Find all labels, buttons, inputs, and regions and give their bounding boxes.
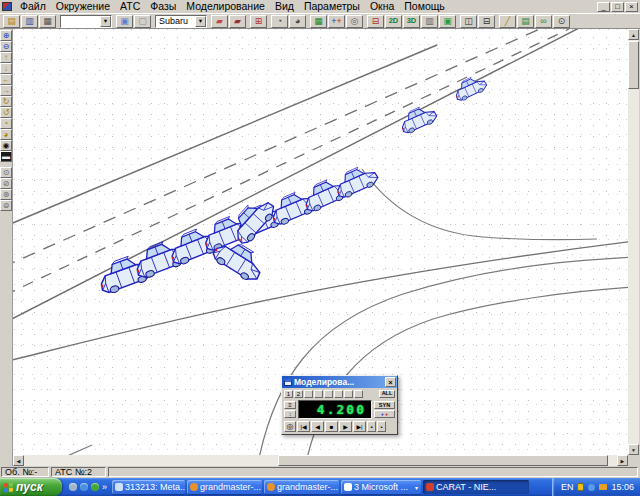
camera-button[interactable]: ◉ [0, 140, 12, 151]
sync-markers-button[interactable]: ++ [328, 15, 345, 28]
phase-1-button[interactable]: 1 [284, 390, 293, 398]
phase-2-button[interactable]: 2 [294, 390, 303, 398]
app-tray-icon[interactable] [599, 484, 607, 490]
task-grandmaster-1[interactable]: grandmaster-... [187, 480, 262, 494]
task-microsoft-group[interactable]: 3 Microsoft ...▾ [341, 480, 421, 494]
menu-item-2[interactable]: Окружение [51, 0, 115, 13]
dialog-close-button[interactable]: × [385, 377, 396, 387]
menu-item-6[interactable]: Вид [270, 0, 299, 13]
record-button[interactable]: • [377, 421, 386, 432]
rotate-cw-button[interactable]: ↻ [0, 96, 12, 107]
quick-launch-browser-icon[interactable] [80, 483, 88, 491]
network-tray-icon[interactable] [588, 484, 595, 491]
split-vertical-button[interactable]: ◫ [460, 15, 477, 28]
vehicle-combo-dropdown-icon[interactable]: ▼ [195, 16, 206, 27]
phase-slot-6[interactable] [344, 390, 353, 398]
view-side-button[interactable]: ⊘ [0, 178, 12, 189]
menu-item-9[interactable]: Помощь [399, 0, 450, 13]
task-carat[interactable]: CARAT - NIE... [423, 480, 529, 494]
grid-button[interactable]: ▦ [310, 15, 327, 28]
environment-button[interactable]: ▣ [116, 15, 133, 28]
menu-item-5[interactable]: Моделирование [181, 0, 270, 13]
phase-slot-2[interactable] [304, 390, 313, 398]
snapshot-button[interactable]: ◎ [284, 421, 296, 432]
restore-button[interactable]: □ [611, 2, 624, 12]
time-list-button[interactable]: ≡ [284, 401, 296, 409]
scroll-down-button[interactable]: ▼ [628, 444, 639, 455]
report-button[interactable]: ▤ [517, 15, 534, 28]
collision-button[interactable]: ⊞ [250, 15, 267, 28]
vehicle-combo[interactable]: Subaru▼ [155, 15, 207, 28]
step-list-button[interactable]: ⋮ [284, 410, 296, 418]
pan-right-button[interactable]: → [0, 85, 12, 96]
dialog-title-bar[interactable]: Моделирова... × [282, 376, 397, 388]
stop-button[interactable]: ■ [325, 421, 338, 432]
project-combo[interactable]: ▼ [60, 15, 112, 28]
line-tool-button[interactable]: ╱ [499, 15, 516, 28]
go-end-button[interactable]: ▶| [353, 421, 366, 432]
sync-markers-button[interactable]: ++ [374, 410, 395, 418]
quick-launch-more-chevron[interactable]: » [102, 483, 107, 492]
pause-button[interactable]: ▪ [367, 421, 376, 432]
menu-item-3[interactable]: АТС [115, 0, 145, 13]
tilt-up-button[interactable]: ◔ [0, 118, 12, 129]
measure-button[interactable]: ⊟ [367, 15, 384, 28]
menu-item-7[interactable]: Параметры [299, 0, 365, 13]
layers-button[interactable]: ▥ [421, 15, 438, 28]
pan-up-button[interactable]: ↑ [0, 52, 12, 63]
sync-button[interactable]: SYN [374, 401, 395, 409]
vertical-scrollbar[interactable]: ▲ ▼ [628, 29, 639, 455]
play-button[interactable]: ▶ [339, 421, 352, 432]
scroll-left-button[interactable]: ◀ [13, 455, 24, 466]
menu-item-4[interactable]: Фазы [145, 0, 181, 13]
phase-slot-3[interactable] [314, 390, 323, 398]
menu-item-8[interactable]: Окна [365, 0, 399, 13]
lock-icon[interactable] [577, 483, 584, 491]
phases-button[interactable]: ◎ [346, 15, 363, 28]
language-indicator[interactable]: EN [561, 482, 574, 492]
rotate-ccw-button[interactable]: ↺ [0, 107, 12, 118]
vehicle-add-button[interactable]: ▰ [211, 15, 228, 28]
quick-launch-messenger-icon[interactable] [91, 483, 99, 491]
project-combo-dropdown-icon[interactable]: ▼ [100, 16, 111, 27]
menu-item-1[interactable]: Файл [15, 0, 51, 13]
phase-slot-7[interactable] [354, 390, 363, 398]
quick-launch-desktop-icon[interactable] [69, 483, 77, 491]
view-3d-button[interactable]: 3D [403, 15, 420, 28]
scroll-up-button[interactable]: ▲ [628, 29, 639, 40]
view-2d-button[interactable]: 2D [385, 15, 402, 28]
phase-time-button[interactable]: ◔ [271, 15, 288, 28]
view-top-button[interactable]: ⊛ [0, 189, 12, 200]
task-grandmaster-2[interactable]: grandmaster-... [264, 480, 339, 494]
inspect-button[interactable]: ∞ [535, 15, 552, 28]
start-button[interactable]: пуск [0, 478, 62, 496]
close-button[interactable]: × [625, 2, 638, 12]
phase-time2-button[interactable]: ◕ [289, 15, 306, 28]
pan-left-button[interactable]: ← [0, 74, 12, 85]
go-start-button[interactable]: |◀ [297, 421, 310, 432]
task-313213[interactable]: 313213: Meta... [112, 480, 185, 494]
scene-button[interactable]: ▣ [439, 15, 456, 28]
phase-slot-5[interactable] [334, 390, 343, 398]
horizontal-scrollbar[interactable]: ◀ ▶ [13, 455, 628, 466]
horizontal-scroll-thumb[interactable] [278, 455, 608, 466]
zoom-out-button[interactable]: ⊖ [0, 41, 12, 52]
step-back-button[interactable]: ◀ [311, 421, 324, 432]
video-button[interactable]: ▬ [0, 151, 12, 162]
phase-all-button[interactable]: ALL [379, 390, 395, 398]
environment-off-button[interactable]: ▢ [134, 15, 151, 28]
vehicle-edit-button[interactable]: ▰ [229, 15, 246, 28]
pan-down-button[interactable]: ↓ [0, 63, 12, 74]
view-iso-button[interactable]: ⊜ [0, 200, 12, 211]
view-front-button[interactable]: ⊙ [0, 167, 12, 178]
save-button[interactable]: ▥ [21, 15, 38, 28]
phase-slot-4[interactable] [324, 390, 333, 398]
tilt-down-button[interactable]: ◕ [0, 129, 12, 140]
zoom-in-button[interactable]: ⊕ [0, 30, 12, 41]
minimize-button[interactable]: _ [597, 2, 610, 12]
search-button[interactable]: ⊙ [553, 15, 570, 28]
vertical-scroll-thumb[interactable] [628, 41, 639, 89]
split-horizontal-button[interactable]: ⊟ [478, 15, 495, 28]
scroll-right-button[interactable]: ▶ [617, 455, 628, 466]
print-button[interactable]: ▦ [39, 15, 56, 28]
